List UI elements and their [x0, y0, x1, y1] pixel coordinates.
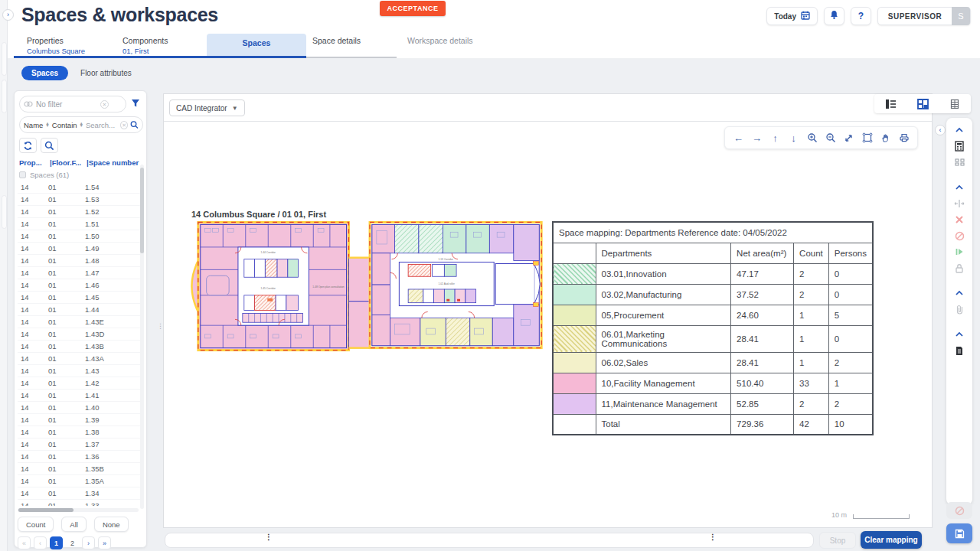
- list-item[interactable]: 14011.41: [18, 390, 140, 402]
- zoom-window-icon[interactable]: [859, 129, 875, 147]
- cad-canvas[interactable]: CAD Integrator ▼ ← → ↑ ↓ 14 Columbus Squ…: [163, 93, 933, 528]
- chevron-up-icon[interactable]: [952, 328, 966, 341]
- list-item[interactable]: 14011.50: [18, 230, 140, 243]
- column-header[interactable]: Prop...: [19, 158, 50, 167]
- save-button[interactable]: [946, 523, 972, 543]
- subtab-floor-attributes[interactable]: Floor attributes: [80, 69, 132, 77]
- list-item[interactable]: 14011.53: [18, 194, 140, 206]
- operator-selector[interactable]: Contain: [52, 121, 77, 129]
- list-horizontal-scrollbar[interactable]: [18, 508, 139, 512]
- page-last-button[interactable]: »: [98, 536, 111, 549]
- lock-icon[interactable]: [952, 261, 966, 275]
- list-item[interactable]: 14011.54: [18, 181, 140, 194]
- refresh-button[interactable]: [19, 138, 37, 153]
- list-item[interactable]: 14011.39: [18, 414, 140, 426]
- page-1-button[interactable]: 1: [50, 536, 63, 549]
- column-header[interactable]: |Floor.F...: [50, 158, 87, 167]
- collapsed-panel-handle[interactable]: [2, 42, 7, 76]
- clear-icon[interactable]: ✕: [120, 121, 128, 129]
- zoom-extents-icon[interactable]: [841, 129, 857, 147]
- page-first-button[interactable]: «: [18, 536, 31, 549]
- panel-splitter-handle[interactable]: ⋮: [157, 324, 161, 335]
- filter-input[interactable]: [36, 100, 97, 109]
- play-icon[interactable]: [952, 245, 966, 259]
- list-item[interactable]: 14011.51: [18, 218, 140, 230]
- paperclip-icon[interactable]: [952, 302, 966, 316]
- list-item[interactable]: 14011.38: [18, 426, 140, 439]
- cad-integrator-select[interactable]: CAD Integrator ▼: [169, 99, 245, 116]
- chevron-up-icon[interactable]: [952, 181, 966, 194]
- list-item[interactable]: 14011.34: [18, 487, 140, 500]
- tab-space-details[interactable]: Space details: [312, 34, 361, 56]
- tab-workspace-details[interactable]: Workspace details: [407, 34, 473, 56]
- chevron-up-icon[interactable]: [952, 286, 966, 300]
- clear-icon[interactable]: ✕: [100, 100, 109, 109]
- print-icon[interactable]: [896, 129, 912, 147]
- search-input[interactable]: [86, 121, 118, 129]
- acceptance-button[interactable]: ACCEPTANCE: [380, 1, 446, 16]
- select-none-button[interactable]: None: [94, 517, 129, 532]
- checkbox-icon[interactable]: [19, 171, 26, 178]
- list-item[interactable]: 14011.43A: [18, 353, 140, 365]
- pan-up-icon[interactable]: ↑: [767, 129, 783, 147]
- clear-mapping-button[interactable]: Clear mapping: [861, 531, 922, 549]
- list-item[interactable]: 14011.40: [18, 402, 140, 414]
- tab-components[interactable]: Components 01, First: [122, 34, 168, 56]
- list-item[interactable]: 14011.46: [18, 279, 140, 292]
- calculator-icon[interactable]: [952, 139, 966, 153]
- list-item[interactable]: 14011.42: [18, 377, 140, 390]
- list-item[interactable]: 14011.52: [18, 206, 140, 218]
- list-item[interactable]: 14011.37: [18, 439, 140, 451]
- splitter-grip-icon[interactable]: ⋮: [265, 536, 268, 540]
- tab-spaces[interactable]: Spaces: [207, 34, 306, 56]
- expand-chevron-icon[interactable]: ›: [2, 9, 14, 21]
- list-item[interactable]: 14011.44: [18, 304, 140, 316]
- floor-plan-svg[interactable]: 1.44 Corridor 1.45 Corridor 1.13 Corrido…: [190, 219, 550, 357]
- group-row[interactable]: Spaces (61): [19, 171, 69, 179]
- field-selector-caret-icon[interactable]: ▲▼: [45, 122, 49, 128]
- pan-left-icon[interactable]: ←: [730, 129, 746, 147]
- no-entry-icon[interactable]: [952, 229, 966, 243]
- tab-properties[interactable]: Properties Columbus Square: [27, 34, 85, 56]
- operator-selector-caret-icon[interactable]: ▲▼: [80, 122, 83, 128]
- bottom-splitter-bar[interactable]: ⋮ ⋮: [165, 533, 814, 548]
- zoom-out-icon[interactable]: [822, 129, 838, 147]
- building-view-icon[interactable]: [943, 96, 966, 112]
- list-item[interactable]: 14011.35A: [18, 475, 140, 487]
- pan-hand-icon[interactable]: [877, 129, 893, 147]
- zoom-search-button[interactable]: [41, 138, 58, 153]
- page-prev-button[interactable]: ‹: [34, 536, 47, 549]
- collapsed-panel-handle[interactable]: [2, 195, 7, 229]
- pan-down-icon[interactable]: ↓: [786, 129, 802, 147]
- list-item[interactable]: 14011.35B: [18, 463, 140, 475]
- page-next-button[interactable]: ›: [82, 536, 95, 549]
- floorplan-view-icon[interactable]: [911, 96, 934, 112]
- today-button[interactable]: Today: [766, 7, 818, 25]
- collapse-chevron-icon[interactable]: ‹: [935, 125, 946, 135]
- list-item[interactable]: 14011.43B: [18, 341, 140, 353]
- list-item[interactable]: 14011.47: [18, 267, 140, 279]
- pan-right-icon[interactable]: →: [749, 129, 765, 147]
- collapsed-panel-handle[interactable]: [2, 80, 7, 113]
- user-menu[interactable]: SUPERVISOR S: [877, 7, 971, 25]
- list-item[interactable]: 14011.45: [18, 292, 140, 304]
- list-item[interactable]: 14011.33: [18, 500, 140, 506]
- list-item[interactable]: 14011.49: [18, 243, 140, 255]
- splitter-grip-icon[interactable]: ⋮: [709, 536, 712, 540]
- list-item[interactable]: 14011.43D: [18, 328, 140, 341]
- list-item[interactable]: 14011.43: [18, 365, 140, 377]
- list-vertical-scrollbar[interactable]: [140, 165, 144, 509]
- legend-view-icon[interactable]: [879, 96, 902, 112]
- chevron-up-icon[interactable]: [952, 123, 966, 137]
- page-2-button[interactable]: 2: [66, 536, 79, 549]
- measure-icon[interactable]: [952, 197, 966, 210]
- list-item[interactable]: 14011.48: [18, 255, 140, 267]
- list-item[interactable]: 14011.43E: [18, 316, 140, 328]
- notifications-button[interactable]: [824, 7, 844, 25]
- count-button[interactable]: Count: [18, 517, 54, 532]
- search-icon[interactable]: [130, 120, 139, 129]
- field-selector[interactable]: Name: [24, 121, 43, 129]
- filter-funnel-icon[interactable]: [131, 97, 140, 111]
- subtab-spaces[interactable]: Spaces: [21, 66, 68, 80]
- column-header[interactable]: |Space number: [87, 158, 139, 167]
